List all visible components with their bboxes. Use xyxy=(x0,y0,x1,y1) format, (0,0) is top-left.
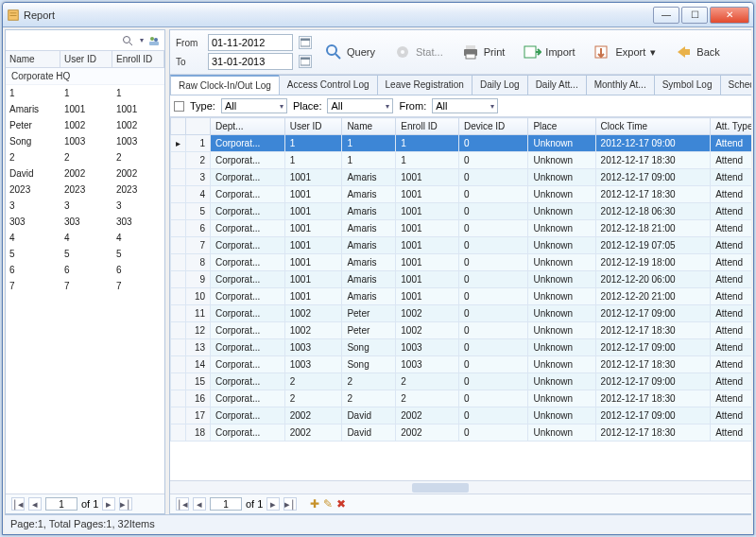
table-row[interactable]: 3Corporat...1001Amaris10010Unknown2012-1… xyxy=(171,169,752,186)
table-row[interactable]: 17Corporat...2002David20020Unknown2012-1… xyxy=(171,407,752,424)
col-header[interactable]: Device ID xyxy=(458,118,527,135)
query-button[interactable]: Query xyxy=(318,40,381,64)
table-row[interactable]: 8Corporat...1001Amaris10010Unknown2012-1… xyxy=(171,254,752,271)
grid-pager-last[interactable]: ▸∣ xyxy=(284,497,297,511)
type-combo[interactable]: All▾ xyxy=(221,98,287,113)
pager-page-input[interactable] xyxy=(45,497,77,511)
print-button[interactable]: Print xyxy=(455,40,511,64)
table-row[interactable]: 5Corporat...1001Amaris10010Unknown2012-1… xyxy=(171,203,752,220)
table-row[interactable]: 18Corporat...2002David20020Unknown2012-1… xyxy=(171,424,752,442)
col-header[interactable]: Dept... xyxy=(211,118,285,135)
table-row[interactable]: 12Corporat...1002Peter10020Unknown2012-1… xyxy=(171,322,752,339)
stat-button[interactable]: Stat... xyxy=(387,40,449,64)
svg-point-5 xyxy=(150,37,154,41)
tab-access-control-log[interactable]: Access Control Log xyxy=(279,75,378,95)
tree-row[interactable]: 444 xyxy=(6,230,164,246)
search-caret[interactable]: ▾ xyxy=(140,36,144,44)
tab-monthly-at-[interactable]: Monthly At... xyxy=(586,75,655,95)
tree-row[interactable]: 777 xyxy=(6,278,164,294)
svg-point-3 xyxy=(124,36,130,43)
type-label: Type: xyxy=(190,100,215,112)
tree-group[interactable]: Corporate HQ xyxy=(6,68,164,85)
tab-bar: Raw Clock-In/Out LogAccess Control LogLe… xyxy=(170,75,751,95)
col-header[interactable]: Enroll ID xyxy=(396,118,459,135)
tree-col-userid[interactable]: User ID xyxy=(60,51,112,67)
close-button[interactable]: ✕ xyxy=(710,7,749,24)
tree-col-enrollid[interactable]: Enroll ID xyxy=(112,51,164,67)
tree-row[interactable]: Amaris10011001 xyxy=(6,101,164,117)
tab-raw-clock-in-out-log[interactable]: Raw Clock-In/Out Log xyxy=(170,75,280,95)
back-button[interactable]: Back xyxy=(667,40,725,64)
table-row[interactable]: 6Corporat...1001Amaris10010Unknown2012-1… xyxy=(171,220,752,237)
tree-row[interactable]: Peter10021002 xyxy=(6,117,164,133)
place-combo[interactable]: All▾ xyxy=(327,98,393,113)
import-button[interactable]: Import xyxy=(516,40,580,64)
titlebar[interactable]: Report — ☐ ✕ xyxy=(3,3,753,27)
tab-symbol-log[interactable]: Symbol Log xyxy=(654,75,721,95)
delete-record-icon[interactable]: ✖ xyxy=(336,497,346,511)
tab-daily-att-[interactable]: Daily Att... xyxy=(527,75,587,95)
horizontal-scrollbar[interactable] xyxy=(170,480,751,494)
main-pager: ∣◂ ◂ of 1 ▸ ▸∣ ✚ ✎ ✖ xyxy=(170,494,751,513)
to-date-picker-icon[interactable] xyxy=(299,55,312,68)
grid[interactable]: Dept...User IDNameEnroll IDDevice IDPlac… xyxy=(170,117,751,480)
grid-pager-next[interactable]: ▸ xyxy=(266,497,280,511)
grid-pager-page-input[interactable] xyxy=(210,497,242,511)
tree-row[interactable]: David20022002 xyxy=(6,165,164,182)
pager-last[interactable]: ▸∣ xyxy=(119,497,132,511)
tree-row[interactable]: 303303303 xyxy=(6,214,164,230)
table-row[interactable]: 9Corporat...1001Amaris10010Unknown2012-1… xyxy=(171,271,752,288)
tree-row[interactable]: 202320232023 xyxy=(6,182,164,198)
users-icon[interactable] xyxy=(147,34,161,47)
svg-rect-1 xyxy=(10,12,17,13)
table-row[interactable]: 4Corporat...1001Amaris10010Unknown2012-1… xyxy=(171,186,752,203)
pager-prev[interactable]: ◂ xyxy=(28,497,42,511)
app-icon xyxy=(7,9,20,22)
table-row[interactable]: 2Corporat...1110Unknown2012-12-17 18:30A… xyxy=(171,152,752,169)
table-row[interactable]: 11Corporat...1002Peter10020Unknown2012-1… xyxy=(171,305,752,322)
svg-line-13 xyxy=(335,54,340,59)
filter-checkbox[interactable] xyxy=(174,101,184,112)
table-row[interactable]: 13Corporat...1003Song10030Unknown2012-12… xyxy=(171,339,752,356)
tree-row[interactable]: 555 xyxy=(6,246,164,262)
table-row[interactable]: 15Corporat...2220Unknown2012-12-17 09:00… xyxy=(171,373,752,390)
from-date-picker-icon[interactable] xyxy=(299,36,312,49)
col-header[interactable]: Att. Type xyxy=(711,118,751,135)
tree-col-name[interactable]: Name xyxy=(6,51,60,67)
pager-next[interactable]: ▸ xyxy=(102,497,115,511)
tab-schedule[interactable]: Schedule xyxy=(720,75,752,95)
table-row[interactable]: 7Corporat...1001Amaris10010Unknown2012-1… xyxy=(171,237,752,254)
grid-pager-first[interactable]: ∣◂ xyxy=(176,497,189,511)
table-row[interactable]: ▸1Corporat...1110Unknown2012-12-17 09:00… xyxy=(171,135,752,152)
col-header[interactable]: Name xyxy=(342,118,396,135)
data-table: Dept...User IDNameEnroll IDDevice IDPlac… xyxy=(170,117,751,442)
grid-pager-of: of 1 xyxy=(246,498,263,510)
to-date-input[interactable]: 31-01-2013 xyxy=(208,53,293,70)
tree-row[interactable]: 222 xyxy=(6,149,164,165)
maximize-button[interactable]: ☐ xyxy=(681,7,708,24)
table-row[interactable]: 14Corporat...1003Song10030Unknown2012-12… xyxy=(171,356,752,373)
tree-body[interactable]: Corporate HQ 111Amaris10011001Peter10021… xyxy=(6,68,164,494)
col-header[interactable]: User ID xyxy=(284,118,342,135)
from-date-input[interactable]: 01-11-2012 xyxy=(208,34,293,51)
edit-record-icon[interactable]: ✎ xyxy=(323,497,333,511)
filter-bar: Type: All▾ Place: All▾ From: All▾ xyxy=(170,95,751,117)
col-header[interactable]: Place xyxy=(528,118,595,135)
table-row[interactable]: 10Corporat...1001Amaris10010Unknown2012-… xyxy=(171,288,752,305)
export-button[interactable]: Export▾ xyxy=(587,40,662,64)
tab-leave-registration[interactable]: Leave Registration xyxy=(377,75,472,95)
search-icon[interactable] xyxy=(121,34,134,47)
pager-first[interactable]: ∣◂ xyxy=(11,497,25,511)
minimize-button[interactable]: — xyxy=(653,7,679,24)
svg-line-4 xyxy=(129,43,132,45)
tree-row[interactable]: 666 xyxy=(6,262,164,278)
add-record-icon[interactable]: ✚ xyxy=(310,497,319,511)
from-combo[interactable]: All▾ xyxy=(432,98,498,113)
grid-pager-prev[interactable]: ◂ xyxy=(193,497,206,511)
col-header[interactable]: Clock Time xyxy=(595,118,711,135)
tab-daily-log[interactable]: Daily Log xyxy=(472,75,528,95)
tree-row[interactable]: Song10031003 xyxy=(6,133,164,149)
tree-row[interactable]: 333 xyxy=(6,198,164,214)
tree-row[interactable]: 111 xyxy=(6,85,164,101)
table-row[interactable]: 16Corporat...2220Unknown2012-12-17 18:30… xyxy=(171,390,752,407)
